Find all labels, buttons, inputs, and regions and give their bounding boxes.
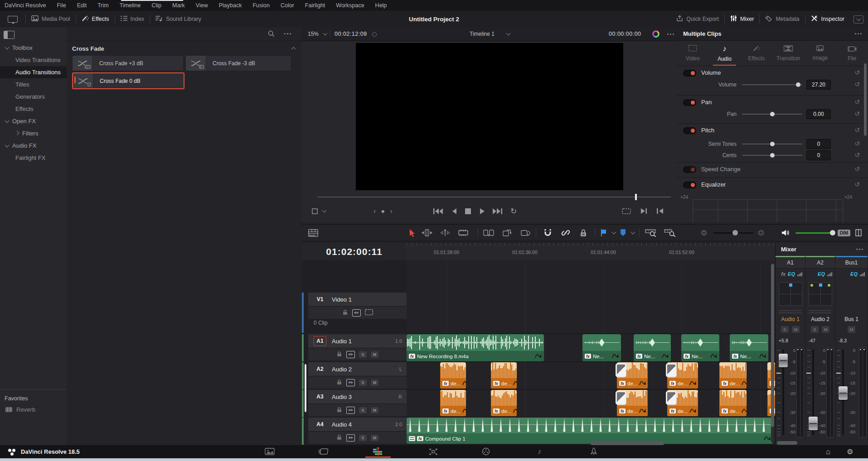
keyframe-reset-icon[interactable]: ↺ [854, 126, 860, 134]
home-icon[interactable]: ⌂ [826, 445, 830, 458]
clip-new-recording-8-m4a[interactable]: fxNew Recording 8.m4a [407, 334, 544, 361]
menu-help[interactable]: Help [375, 2, 387, 9]
menu-playback[interactable]: Playback [219, 2, 242, 9]
page-button-deliver[interactable] [584, 447, 604, 456]
track-destination-a4[interactable]: A4 [314, 419, 326, 429]
channel-fx-label[interactable]: fx [781, 271, 786, 277]
go-to-last-frame-button[interactable] [492, 205, 502, 217]
loop-playback-button[interactable]: ↻ [510, 205, 517, 217]
page-button-fusion[interactable] [423, 447, 443, 456]
speaker-icon[interactable] [779, 225, 792, 241]
fade-handle-icon[interactable] [513, 380, 517, 386]
clip-ne-[interactable]: fxNe... [730, 334, 768, 361]
inspector-tab-effects[interactable]: Effects [741, 41, 772, 66]
scrollbar-thumb[interactable] [591, 441, 664, 445]
timeline-chevron-icon[interactable] [506, 31, 511, 36]
dynamic-trim-mode-tool[interactable] [438, 225, 452, 241]
fade-handle-icon[interactable] [742, 380, 747, 386]
reset-icon[interactable]: ↺ [854, 151, 860, 158]
transition-tile-cross-fade-+3-db[interactable]: +3Cross Fade +3 dB [72, 55, 184, 71]
menu-trim[interactable]: Trim [97, 2, 109, 9]
clip-de-[interactable]: fxde... [491, 362, 517, 389]
clip-de-[interactable]: fxde... [719, 362, 747, 389]
auto-select-icon[interactable]: <> [352, 309, 361, 317]
track-lock-icon[interactable] [342, 309, 348, 317]
volume-enable-toggle[interactable] [683, 70, 696, 77]
library-panel-toggle[interactable] [4, 31, 15, 39]
next-edit-button[interactable] [641, 205, 647, 217]
sidebar-item-generators[interactable]: Generators [0, 91, 67, 103]
sidebar-item-effects[interactable]: Effects [0, 103, 67, 115]
timeline-view-options-button[interactable] [305, 225, 321, 241]
sidebar-item-titles[interactable]: Titles [0, 78, 67, 91]
menu-view[interactable]: View [196, 2, 208, 9]
scrubber-playhead[interactable] [635, 194, 637, 200]
crop-chevron-icon[interactable] [323, 205, 326, 217]
inspector-tab-video[interactable]: Video [677, 41, 708, 66]
mute-button[interactable]: M [371, 351, 378, 358]
inspector-tab-image[interactable]: Image [804, 41, 836, 66]
solo-button[interactable]: S [359, 379, 367, 386]
mute-button[interactable]: M [848, 326, 855, 333]
fade-handle-icon[interactable] [462, 408, 466, 414]
inspector-scrollbar[interactable] [864, 63, 867, 136]
channel-fader[interactable]: 0-5-10-15-20-30-40-50 [835, 346, 868, 438]
clip-de-[interactable]: fxde... [440, 362, 466, 389]
fade-handle-icon[interactable] [535, 353, 542, 359]
mixer-scrollbar[interactable] [777, 441, 849, 445]
menu-fairlight[interactable]: Fairlight [305, 2, 325, 9]
sidebar-item-audio-transitions[interactable]: Audio Transitions [0, 66, 67, 78]
position-lock-button[interactable] [577, 225, 590, 241]
stop-button[interactable] [465, 205, 471, 217]
viewer-zoom-level[interactable]: 15% [308, 31, 319, 37]
menu-color[interactable]: Color [281, 2, 294, 9]
play-button[interactable] [480, 205, 485, 217]
track-destination-a2[interactable]: A2 [314, 364, 326, 374]
razor-edit-mode-tool[interactable] [456, 225, 470, 241]
fade-handle-icon[interactable] [689, 408, 696, 414]
pitch-slider-0[interactable] [742, 144, 802, 144]
mute-button[interactable]: M [822, 326, 829, 333]
fade-handle-icon[interactable] [742, 408, 747, 414]
inspector-tab-transition[interactable]: Transition [772, 41, 804, 66]
crossfade-transition-marker[interactable] [666, 391, 677, 405]
page-button-fairlight[interactable]: ♪ [529, 447, 549, 456]
track-lock-icon[interactable] [336, 407, 342, 414]
mixer-strip-bus1[interactable]: Bus1EQBus 1M-8.30-5-10-15-20-30-40-50 [835, 256, 868, 442]
menu-file[interactable]: File [57, 2, 66, 9]
pan-enable-toggle[interactable] [683, 99, 696, 106]
favorite-item-reverb[interactable]: Reverb [0, 403, 67, 415]
mixer-button[interactable]: Mixer [725, 11, 760, 27]
track-destination-a1[interactable]: A1 [314, 336, 326, 346]
search-icon[interactable] [268, 30, 275, 38]
fader-handle[interactable] [779, 354, 788, 367]
mixer-strip-a1[interactable]: A1fxEQAudio 1SM+5.80-5-10-15-20-30-40-50 [776, 256, 805, 442]
keyframe-reset-icon[interactable]: ↺ [854, 98, 860, 106]
volume-slider-0[interactable] [742, 84, 802, 85]
pitch-value-1[interactable]: 0 [806, 150, 831, 160]
mixer-panel-toggle[interactable] [853, 225, 864, 241]
crossfade-transition-marker[interactable] [666, 363, 677, 377]
transition-tile-cross-fade--3-db[interactable]: -3Cross Fade -3 dB [185, 55, 291, 71]
sidebar-item-open-fx[interactable]: Open FX [0, 115, 67, 127]
fade-handle-icon[interactable] [689, 380, 696, 386]
replace-clip-button[interactable] [518, 225, 532, 241]
color-boost-icon[interactable] [652, 30, 659, 38]
media-pool-button[interactable]: Media Pool [26, 11, 76, 27]
pitch-value-0[interactable]: 0 [806, 139, 831, 149]
timeline-name[interactable]: Timeline 1 [470, 31, 495, 37]
flag-chevron-icon[interactable] [610, 225, 617, 241]
solo-button[interactable]: S [359, 407, 367, 413]
zoom-out-button[interactable] [699, 225, 709, 241]
fade-handle-icon[interactable] [759, 353, 766, 359]
reset-icon[interactable]: ↺ [854, 110, 860, 117]
viewer-scrubber[interactable] [317, 197, 671, 197]
timeline-zoom-slider[interactable] [712, 225, 755, 241]
step-back-button[interactable] [451, 205, 457, 217]
menu-davinci-resolve[interactable]: DaVinci Resolve [5, 2, 46, 9]
sidebar-item-toolbox[interactable]: Toolbox [0, 42, 67, 54]
mute-button[interactable]: M [371, 379, 378, 386]
insert-clip-button[interactable] [481, 225, 496, 241]
viewer-options-icon[interactable] [667, 34, 674, 35]
fade-handle-icon[interactable] [612, 353, 619, 359]
